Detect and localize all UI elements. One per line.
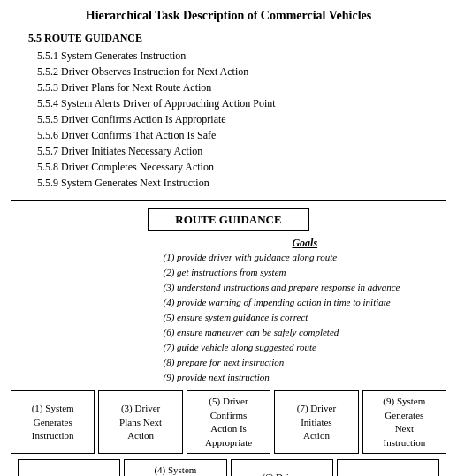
outline-section: 5.5 ROUTE GUIDANCE 5.5.1 System Generate… [28, 32, 446, 191]
top-node-n1: (1) System Generates Instruction [11, 390, 95, 454]
outline-item: 5.5.4 System Alerts Driver of Approachin… [37, 95, 446, 111]
outline-item: 5.5.1 System Generates Instruction [37, 48, 446, 64]
goal-item: (3) understand instructions and prepare … [164, 280, 446, 295]
goal-item: (1) provide driver with guidance along r… [164, 250, 446, 265]
goal-item: (8) prepare for next instruction [164, 355, 446, 370]
top-nodes-row: (1) System Generates Instruction(3) Driv… [11, 390, 446, 454]
goal-item: (4) provide warning of impending action … [164, 295, 446, 310]
outline-item: 5.5.2 Driver Observes Instruction for Ne… [37, 64, 446, 79]
top-node-n3: (3) Driver Plans Next Action [98, 390, 182, 454]
bottom-node-n6: (6) Driver Confirms Action Is Safe [231, 459, 333, 476]
divider [11, 200, 446, 201]
top-node-n9: (9) System Generates Next Instruction [362, 390, 446, 454]
outline-item: 5.5.3 Driver Plans for Next Route Action [37, 79, 446, 95]
bottom-node-n4: (4) System Alerts Driver of Approaching … [124, 459, 226, 476]
goal-item: (9) provide next instruction [164, 370, 446, 385]
diagram: ROUTE GUIDANCE Goals (1) provide driver … [11, 208, 446, 476]
bottom-node-n2: (2) Driver Observes Instruction [18, 459, 120, 476]
goal-item: (6) ensure maneuver can be safely comple… [164, 325, 446, 340]
goal-item: (5) ensure system guidance is correct [164, 310, 446, 325]
diagram-heading: ROUTE GUIDANCE [148, 208, 308, 231]
outline-item: 5.5.7 Driver Initiates Necessary Action [37, 143, 446, 159]
top-node-n7: (7) Driver Initiates Action [274, 390, 358, 454]
goal-item: (7) guide vehicle along suggested route [164, 340, 446, 355]
section-title: 5.5 ROUTE GUIDANCE [28, 32, 446, 45]
bottom-node-n8: (8) Driver Completes Action [337, 459, 439, 476]
outline-item: 5.5.6 Driver Confirms That Action Is Saf… [37, 127, 446, 143]
bottom-nodes-row: (2) Driver Observes Instruction(4) Syste… [11, 459, 446, 476]
goals-title: Goals [164, 237, 446, 250]
page-title: Hierarchical Task Description of Commerc… [11, 9, 446, 23]
goal-item: (2) get instructions from system [164, 265, 446, 280]
outline-item: 5.5.9 System Generates Next Instruction [37, 175, 446, 191]
outline-item: 5.5.8 Driver Completes Necessary Action [37, 159, 446, 175]
goals-list: (1) provide driver with guidance along r… [164, 250, 446, 385]
outline-item: 5.5.5 Driver Confirms Action Is Appropri… [37, 111, 446, 127]
top-node-n5: (5) Driver Confirms Action Is Appropriat… [187, 390, 270, 454]
